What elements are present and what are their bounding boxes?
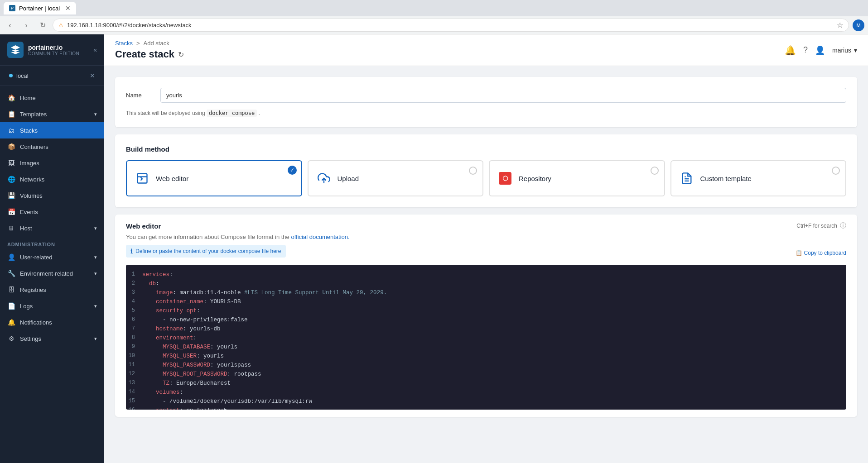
sidebar-item-home[interactable]: 🏠 Home [0,90,104,106]
address-bar[interactable]: ⚠ 192.168.1.18:9000/#!/2/docker/stacks/n… [53,19,849,32]
line-number: 1 [126,270,142,279]
line-number: 14 [126,388,142,397]
code-line: 3 image: mariadb:11.4-noble #LTS Long Ti… [126,288,846,297]
sidebar-env: local ✕ [0,66,104,86]
editor-info-row: ℹ Define or paste the content of your do… [126,245,846,261]
help-button[interactable]: ? [803,45,808,55]
sidebar-item-registries[interactable]: 🗄 Registries [0,282,104,298]
sidebar-item-label-events: Events [20,209,38,215]
code-line: 5 security_opt: [126,306,846,315]
sidebar-item-networks[interactable]: 🌐 Networks [0,171,104,187]
build-option-label-custom-template: Custom template [700,175,752,182]
deploy-info: This stack will be deployed using docker… [126,110,846,116]
browser-tab-active[interactable]: P Portainer | local ✕ [4,2,76,14]
sidebar-item-label-env-related: Environment-related [20,270,73,277]
code-line: 4 container_name: YOURLS-DB [126,297,846,306]
selected-checkmark: ✓ [288,166,297,175]
line-number: 5 [126,306,142,315]
account-icon: 👤 [815,45,825,55]
sidebar-item-user-related[interactable]: 👤 User-related ▾ [0,249,104,265]
sidebar-item-notifications[interactable]: 🔔 Notifications [0,314,104,330]
refresh-button[interactable]: ↻ [178,50,184,59]
sidebar-item-host[interactable]: 🖥 Host ▾ [0,220,104,236]
line-content: volumes: [142,388,183,397]
volumes-icon: 💾 [7,191,15,200]
code-line: 13 TZ: Europe/Bucharest [126,379,846,388]
official-docs-link[interactable]: official documentation. [291,234,349,240]
line-content: restart: on-failure:5 [142,406,227,410]
code-line: 15 - /volume1/docker/yourlsdb:/var/lib/m… [126,397,846,406]
name-input[interactable] [160,88,846,103]
clipboard-label: Copy to clipboard [804,250,846,256]
env-close-button[interactable]: ✕ [90,72,95,79]
editor-info-text: Define or paste the content of your dock… [135,248,281,254]
back-button[interactable]: ‹ [4,19,16,32]
home-icon: 🏠 [7,94,15,102]
sidebar-item-settings[interactable]: ⚙ Settings ▾ [0,330,104,347]
git-logo: ⬡ [499,172,511,185]
sidebar-item-volumes[interactable]: 💾 Volumes [0,187,104,204]
repository-radio [651,167,659,175]
sidebar-item-containers[interactable]: 📦 Containers [0,138,104,155]
user-menu[interactable]: marius ▾ [832,47,857,54]
sidebar-item-env-related[interactable]: 🔧 Environment-related ▾ [0,265,104,282]
tab-close-button[interactable]: ✕ [65,5,71,12]
build-option-web-editor[interactable]: Web editor ✓ [126,160,302,196]
ctrl-hint-text: Ctrl+F for search [796,223,837,229]
logo-subtitle: COMMUNITY EDITION [28,51,79,56]
chevron-down-icon-env: ▾ [94,271,97,277]
header-actions: 🔔 ? 👤 marius ▾ [785,45,857,56]
code-line: 1services: [126,270,846,279]
code-line: 14 volumes: [126,388,846,397]
line-number: 16 [126,406,142,410]
settings-icon: ⚙ [7,334,15,343]
build-option-repository[interactable]: ⬡ Repository [489,160,665,196]
chevron-down-icon: ▾ [94,111,97,117]
env-name: local [16,72,86,79]
main-content: Name This stack will be deployed using d… [104,66,868,463]
sidebar-item-events[interactable]: 📅 Events [0,204,104,220]
build-option-label-repository: Repository [519,175,551,182]
chevron-down-icon-logs: ▾ [94,303,97,309]
name-label: Name [126,92,153,99]
build-option-upload[interactable]: Upload [308,160,484,196]
sidebar-collapse-button[interactable]: « [93,46,97,53]
forward-button[interactable]: › [20,19,33,32]
repository-icon: ⬡ [497,170,513,186]
reload-button[interactable]: ↻ [36,19,49,32]
stacks-icon: 🗂 [7,126,15,134]
sidebar-item-logs[interactable]: 📄 Logs ▾ [0,298,104,314]
bookmark-button[interactable]: ☆ [837,21,843,29]
logs-icon: 📄 [7,302,15,310]
code-line: 9 MYSQL_DATABASE: yourls [126,343,846,352]
editor-info-box: ℹ Define or paste the content of your do… [126,245,286,258]
sidebar-item-label-templates: Templates [20,111,47,118]
env-item-local[interactable]: local ✕ [5,69,99,82]
build-option-custom-template[interactable]: Custom template [670,160,847,196]
sidebar-item-label-stacks: Stacks [20,127,38,134]
editor-section: Web editor Ctrl+F for search ⓘ You can g… [115,215,857,417]
copy-clipboard-button[interactable]: 📋 Copy to clipboard [796,250,846,256]
events-icon: 📅 [7,208,15,216]
sidebar-item-templates[interactable]: 📋 Templates ▾ [0,106,104,122]
line-content: MYSQL_USER: yourls [142,352,224,361]
code-line: 8 environment: [126,334,846,343]
sidebar-item-images[interactable]: 🖼 Images [0,155,104,171]
line-content: container_name: YOURLS-DB [142,297,241,306]
sidebar-logo: portainer.io COMMUNITY EDITION « [0,34,104,66]
notifications-bell-button[interactable]: 🔔 [785,45,796,56]
line-content: MYSQL_DATABASE: yourls [142,343,237,352]
code-line: 7 hostname: yourls-db [126,325,846,334]
code-editor[interactable]: 1services:2 db:3 image: mariadb:11.4-nob… [126,265,846,410]
profile-button[interactable]: M [853,19,864,31]
host-icon: 🖥 [7,224,15,232]
chevron-down-icon-user: ▾ [94,254,97,260]
sidebar-item-label-networks: Networks [20,176,44,183]
sidebar-item-stacks[interactable]: 🗂 Stacks [0,122,104,138]
line-content: environment: [142,334,197,343]
info-icon: ℹ [130,248,133,255]
build-options-grid: Web editor ✓ Upload [126,160,846,196]
breadcrumb-stacks-link[interactable]: Stacks [115,40,133,47]
line-content: - /volume1/docker/yourlsdb:/var/lib/mysq… [142,397,312,406]
main-area: Stacks > Add stack Create stack ↻ 🔔 ? 👤 … [104,34,868,463]
